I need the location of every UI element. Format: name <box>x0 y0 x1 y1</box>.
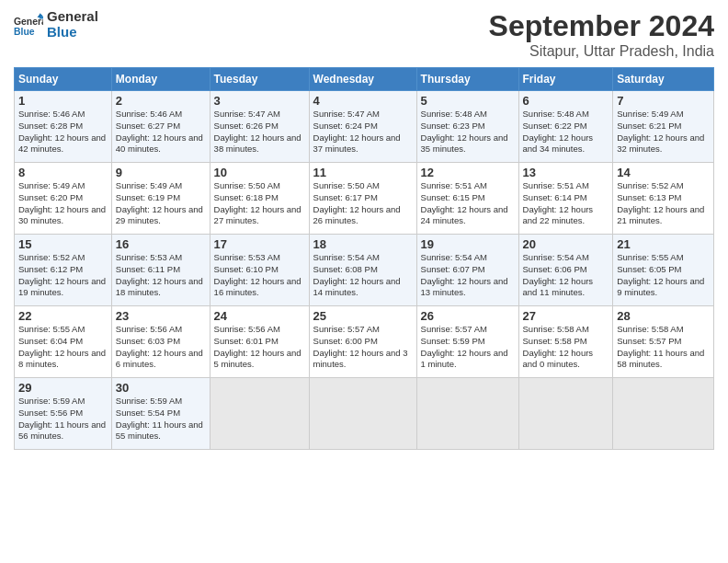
calendar-cell: 16Sunrise: 5:53 AMSunset: 6:11 PMDayligh… <box>111 235 210 306</box>
day-info: Sunrise: 5:48 AMSunset: 6:22 PMDaylight:… <box>523 109 609 155</box>
day-info: Sunrise: 5:53 AMSunset: 6:10 PMDaylight:… <box>214 252 305 299</box>
day-info: Sunrise: 5:50 AMSunset: 6:17 PMDaylight:… <box>313 180 413 227</box>
calendar-cell: 10Sunrise: 5:50 AMSunset: 6:18 PMDayligh… <box>210 163 309 235</box>
day-number: 16 <box>116 237 206 251</box>
calendar-week-1: 1Sunrise: 5:46 AMSunset: 6:28 PMDaylight… <box>15 91 714 163</box>
day-number: 26 <box>421 309 515 323</box>
day-number: 13 <box>523 166 609 179</box>
logo-text-line1: General <box>47 9 98 25</box>
calendar-cell <box>309 378 416 450</box>
calendar-cell: 3Sunrise: 5:47 AMSunset: 6:26 PMDaylight… <box>210 91 309 163</box>
calendar-cell <box>518 378 613 450</box>
day-number: 9 <box>116 166 206 179</box>
day-info: Sunrise: 5:52 AMSunset: 6:12 PMDaylight:… <box>18 252 108 299</box>
calendar-cell: 17Sunrise: 5:53 AMSunset: 6:10 PMDayligh… <box>210 235 309 306</box>
calendar-cell: 13Sunrise: 5:51 AMSunset: 6:14 PMDayligh… <box>518 163 613 235</box>
day-number: 24 <box>214 309 305 323</box>
day-number: 12 <box>421 166 515 179</box>
day-info: Sunrise: 5:54 AMSunset: 6:06 PMDaylight:… <box>523 252 609 299</box>
header-col-saturday: Saturday <box>613 68 714 91</box>
day-info: Sunrise: 5:58 AMSunset: 5:57 PMDaylight:… <box>617 324 710 371</box>
calendar-cell: 15Sunrise: 5:52 AMSunset: 6:12 PMDayligh… <box>15 235 112 306</box>
day-info: Sunrise: 5:49 AMSunset: 6:20 PMDaylight:… <box>18 180 108 227</box>
calendar-cell: 20Sunrise: 5:54 AMSunset: 6:06 PMDayligh… <box>518 235 613 306</box>
day-info: Sunrise: 5:48 AMSunset: 6:23 PMDaylight:… <box>421 109 515 155</box>
calendar-week-2: 8Sunrise: 5:49 AMSunset: 6:20 PMDaylight… <box>15 163 714 235</box>
day-info: Sunrise: 5:53 AMSunset: 6:11 PMDaylight:… <box>116 252 206 299</box>
day-info: Sunrise: 5:59 AMSunset: 5:56 PMDaylight:… <box>18 396 108 442</box>
day-number: 3 <box>214 94 305 108</box>
header: General Blue General Blue September 2024… <box>14 9 714 60</box>
day-number: 20 <box>523 237 609 251</box>
svg-text:Blue: Blue <box>14 27 35 37</box>
day-info: Sunrise: 5:55 AMSunset: 6:05 PMDaylight:… <box>617 252 710 299</box>
day-info: Sunrise: 5:50 AMSunset: 6:18 PMDaylight:… <box>214 180 305 227</box>
calendar-cell: 29Sunrise: 5:59 AMSunset: 5:56 PMDayligh… <box>15 378 112 450</box>
header-col-friday: Friday <box>518 68 613 91</box>
logo-text-line2: Blue <box>47 25 98 40</box>
calendar-cell: 23Sunrise: 5:56 AMSunset: 6:03 PMDayligh… <box>111 306 210 378</box>
header-col-thursday: Thursday <box>416 68 518 91</box>
day-number: 11 <box>313 166 413 179</box>
day-info: Sunrise: 5:47 AMSunset: 6:26 PMDaylight:… <box>214 109 305 155</box>
day-info: Sunrise: 5:49 AMSunset: 6:19 PMDaylight:… <box>116 180 206 227</box>
calendar-cell: 19Sunrise: 5:54 AMSunset: 6:07 PMDayligh… <box>416 235 518 306</box>
day-number: 8 <box>18 166 108 179</box>
logo: General Blue General Blue <box>14 9 98 40</box>
day-number: 29 <box>18 381 108 395</box>
day-info: Sunrise: 5:54 AMSunset: 6:07 PMDaylight:… <box>421 252 515 299</box>
calendar-cell: 12Sunrise: 5:51 AMSunset: 6:15 PMDayligh… <box>416 163 518 235</box>
calendar-cell: 30Sunrise: 5:59 AMSunset: 5:54 PMDayligh… <box>111 378 210 450</box>
calendar-cell: 4Sunrise: 5:47 AMSunset: 6:24 PMDaylight… <box>309 91 416 163</box>
day-info: Sunrise: 5:54 AMSunset: 6:08 PMDaylight:… <box>313 252 413 299</box>
header-col-monday: Monday <box>111 68 210 91</box>
day-number: 4 <box>313 94 413 108</box>
day-info: Sunrise: 5:58 AMSunset: 5:58 PMDaylight:… <box>523 324 609 371</box>
calendar-cell: 22Sunrise: 5:55 AMSunset: 6:04 PMDayligh… <box>15 306 112 378</box>
calendar-header-row: SundayMondayTuesdayWednesdayThursdayFrid… <box>15 68 714 91</box>
calendar-cell: 21Sunrise: 5:55 AMSunset: 6:05 PMDayligh… <box>613 235 714 306</box>
calendar-week-3: 15Sunrise: 5:52 AMSunset: 6:12 PMDayligh… <box>15 235 714 306</box>
day-number: 2 <box>116 94 206 108</box>
calendar-cell: 6Sunrise: 5:48 AMSunset: 6:22 PMDaylight… <box>518 91 613 163</box>
calendar-cell: 11Sunrise: 5:50 AMSunset: 6:17 PMDayligh… <box>309 163 416 235</box>
day-number: 15 <box>18 237 108 251</box>
day-number: 28 <box>617 309 710 323</box>
svg-text:General: General <box>14 17 43 27</box>
calendar-table: SundayMondayTuesdayWednesdayThursdayFrid… <box>14 67 714 450</box>
day-info: Sunrise: 5:56 AMSunset: 6:03 PMDaylight:… <box>116 324 206 371</box>
calendar-cell: 26Sunrise: 5:57 AMSunset: 5:59 PMDayligh… <box>416 306 518 378</box>
calendar-cell: 25Sunrise: 5:57 AMSunset: 6:00 PMDayligh… <box>309 306 416 378</box>
calendar-cell: 7Sunrise: 5:49 AMSunset: 6:21 PMDaylight… <box>613 91 714 163</box>
calendar-cell: 8Sunrise: 5:49 AMSunset: 6:20 PMDaylight… <box>15 163 112 235</box>
day-info: Sunrise: 5:47 AMSunset: 6:24 PMDaylight:… <box>313 109 413 155</box>
logo-icon: General Blue <box>14 10 43 40</box>
day-info: Sunrise: 5:55 AMSunset: 6:04 PMDaylight:… <box>18 324 108 371</box>
day-number: 1 <box>18 94 108 108</box>
calendar-cell <box>416 378 518 450</box>
calendar-cell: 5Sunrise: 5:48 AMSunset: 6:23 PMDaylight… <box>416 91 518 163</box>
day-number: 18 <box>313 237 413 251</box>
calendar-cell: 2Sunrise: 5:46 AMSunset: 6:27 PMDaylight… <box>111 91 210 163</box>
day-number: 25 <box>313 309 413 323</box>
day-info: Sunrise: 5:46 AMSunset: 6:27 PMDaylight:… <box>116 109 206 155</box>
calendar-cell: 24Sunrise: 5:56 AMSunset: 6:01 PMDayligh… <box>210 306 309 378</box>
day-info: Sunrise: 5:49 AMSunset: 6:21 PMDaylight:… <box>617 109 710 155</box>
day-info: Sunrise: 5:52 AMSunset: 6:13 PMDaylight:… <box>617 180 710 227</box>
calendar-cell: 28Sunrise: 5:58 AMSunset: 5:57 PMDayligh… <box>613 306 714 378</box>
day-number: 23 <box>116 309 206 323</box>
day-number: 14 <box>617 166 710 179</box>
day-info: Sunrise: 5:59 AMSunset: 5:54 PMDaylight:… <box>116 396 206 442</box>
title-area: September 2024 Sitapur, Uttar Pradesh, I… <box>489 9 714 60</box>
day-number: 22 <box>18 309 108 323</box>
calendar-cell <box>613 378 714 450</box>
day-number: 7 <box>617 94 710 108</box>
calendar-cell: 1Sunrise: 5:46 AMSunset: 6:28 PMDaylight… <box>15 91 112 163</box>
header-col-wednesday: Wednesday <box>309 68 416 91</box>
day-info: Sunrise: 5:56 AMSunset: 6:01 PMDaylight:… <box>214 324 305 371</box>
day-number: 30 <box>116 381 206 395</box>
day-number: 21 <box>617 237 710 251</box>
calendar-title: September 2024 <box>489 9 714 43</box>
day-number: 5 <box>421 94 515 108</box>
day-info: Sunrise: 5:46 AMSunset: 6:28 PMDaylight:… <box>18 109 108 155</box>
